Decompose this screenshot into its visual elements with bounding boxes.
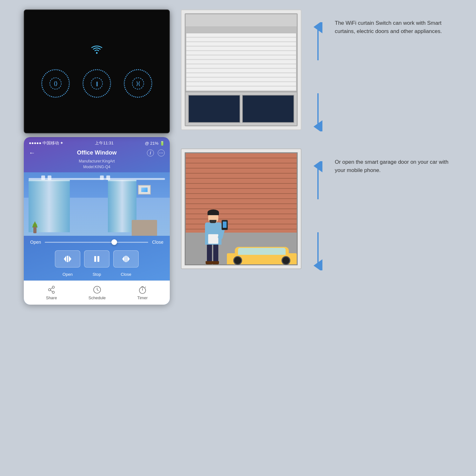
- share-label: Share: [46, 295, 57, 300]
- phone-nav: ← Office Window i ···: [24, 148, 170, 158]
- window-section-text: The WiFi curtain Switch can work with Sm…: [335, 19, 452, 35]
- phone-subtitle: Manufacturer:KingArt Model:KING-Q4: [24, 158, 170, 172]
- svg-point-0: [96, 52, 98, 54]
- close-label: Close: [152, 240, 163, 245]
- svg-line-26: [145, 287, 146, 288]
- stop-btn-label: Stop: [84, 272, 109, 277]
- svg-text:⟨⟩: ⟨⟩: [54, 81, 57, 86]
- shutter-illustration: [181, 10, 301, 130]
- time-display: 上午11:31: [95, 140, 114, 146]
- left-panel: ⟨⟩ ‖ ⟩⟨ ●●●●● 中国移动 ✦ 上午11:3: [24, 10, 170, 305]
- phone-status-bar: ●●●●● 中国移动 ✦ 上午11:31 @ 21% 🔋: [24, 137, 170, 148]
- svg-point-17: [52, 286, 55, 288]
- tab-share[interactable]: Share: [46, 285, 57, 300]
- schedule-label: Schedule: [89, 295, 106, 300]
- switch-buttons-row: ⟨⟩ ‖ ⟩⟨: [41, 69, 152, 98]
- phone-bottom-bar: Share Schedule Timer: [24, 281, 170, 305]
- svg-marker-7: [64, 256, 66, 262]
- tab-schedule[interactable]: Schedule: [89, 285, 106, 300]
- share-icon: [47, 285, 56, 294]
- arrow-up: [311, 22, 325, 65]
- phone-app: ●●●●● 中国移动 ✦ 上午11:31 @ 21% 🔋 ← Office Wi…: [24, 137, 170, 305]
- svg-text:‖: ‖: [96, 81, 98, 86]
- info-icon[interactable]: i: [147, 149, 154, 156]
- slider-track[interactable]: [45, 242, 148, 243]
- svg-rect-11: [94, 256, 96, 262]
- tab-timer[interactable]: Timer: [137, 285, 148, 300]
- arrow-down: [311, 90, 325, 133]
- switch-device: ⟨⟩ ‖ ⟩⟨: [24, 10, 170, 133]
- svg-marker-8: [69, 256, 71, 262]
- right-panel: The WiFi curtain Switch can work with Sm…: [181, 10, 457, 272]
- garage-arrow-down: [311, 229, 325, 272]
- schedule-icon: [93, 285, 102, 294]
- timer-icon: [138, 285, 147, 294]
- switch-close-button[interactable]: ⟩⟨: [124, 69, 152, 98]
- open-btn-label: Open: [55, 272, 80, 277]
- garage-arrows-column: [311, 149, 325, 272]
- close-btn-label: Close: [113, 272, 139, 277]
- arrows-column: [311, 10, 325, 133]
- svg-text:⟩⟨: ⟩⟨: [136, 81, 140, 86]
- wifi-icon: [91, 45, 102, 56]
- garage-illustration: [181, 149, 301, 269]
- signal-status: ●●●●● 中国移动 ✦: [29, 140, 63, 146]
- back-button[interactable]: ←: [29, 149, 35, 156]
- battery-status: @ 21% 🔋: [145, 141, 165, 146]
- app-title: Office Window: [77, 149, 117, 156]
- svg-marker-14: [122, 256, 125, 262]
- switch-open-button[interactable]: ⟨⟩: [41, 69, 70, 98]
- garage-section-text: Or open the smart garage door on your ca…: [335, 158, 452, 174]
- window-section: The WiFi curtain Switch can work with Sm…: [181, 10, 457, 133]
- nav-icons: i ···: [147, 149, 165, 156]
- stop-button[interactable]: [84, 250, 109, 268]
- curtain-slider[interactable]: Open Close: [24, 236, 170, 247]
- timer-label: Timer: [137, 295, 148, 300]
- close-button[interactable]: [113, 250, 139, 268]
- svg-line-20: [50, 288, 52, 289]
- open-label: Open: [30, 240, 41, 245]
- svg-point-18: [49, 289, 51, 291]
- svg-point-19: [52, 291, 55, 294]
- slider-thumb[interactable]: [111, 239, 117, 245]
- svg-marker-13: [127, 256, 130, 262]
- curtain-visualization: [24, 172, 170, 236]
- svg-rect-12: [97, 256, 99, 262]
- svg-line-21: [50, 290, 52, 292]
- garage-section: Or open the smart garage door on your ca…: [181, 149, 457, 272]
- control-buttons-area: [24, 247, 170, 272]
- window-description: The WiFi curtain Switch can work with Sm…: [335, 19, 452, 35]
- ctrl-labels: Open Stop Close: [24, 272, 170, 281]
- open-button[interactable]: [55, 250, 80, 268]
- more-icon[interactable]: ···: [158, 149, 165, 156]
- switch-stop-button[interactable]: ‖: [83, 69, 111, 98]
- garage-arrow-up: [311, 161, 325, 204]
- garage-description: Or open the smart garage door on your ca…: [335, 158, 452, 174]
